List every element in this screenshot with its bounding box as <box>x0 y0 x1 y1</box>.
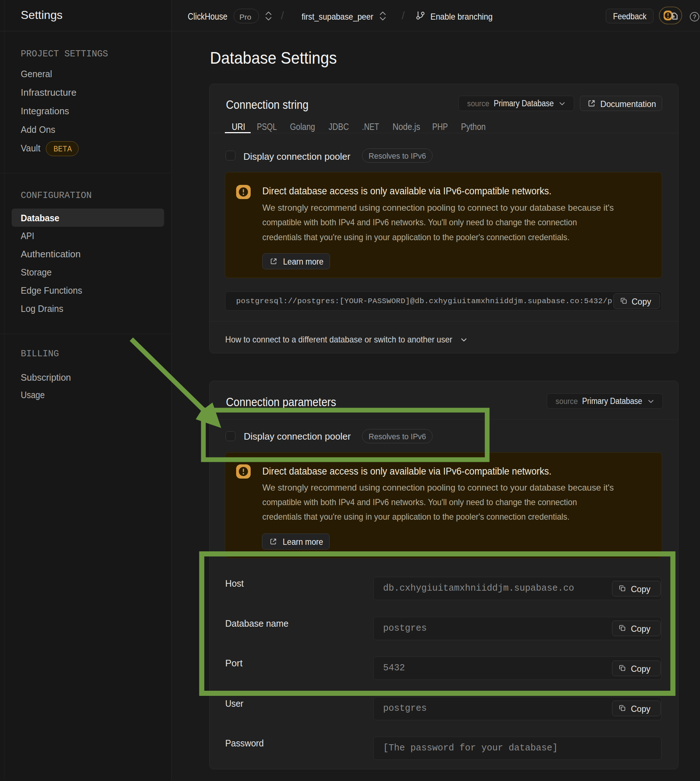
svg-text:?: ? <box>693 14 697 20</box>
